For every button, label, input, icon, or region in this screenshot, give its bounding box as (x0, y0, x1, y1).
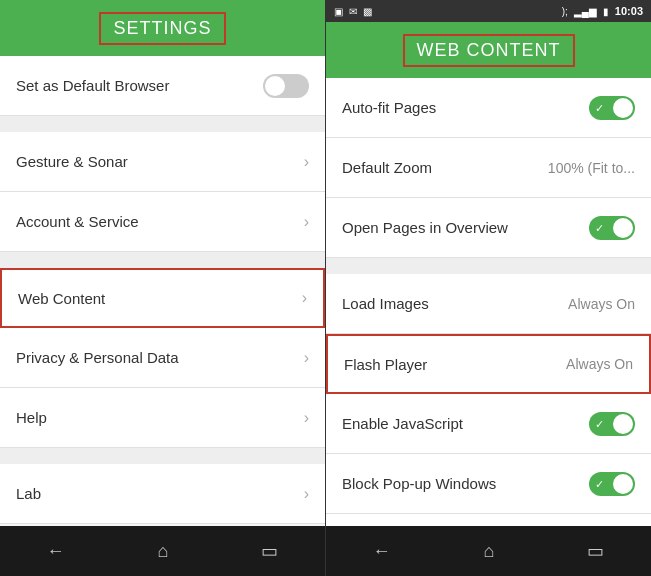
menu-item-web-content-label: Web Content (18, 290, 105, 307)
divider-1 (0, 116, 325, 132)
toggle-autofit[interactable] (589, 96, 635, 120)
menu-item-autofit-label: Auto-fit Pages (342, 99, 436, 116)
status-time: 10:03 (615, 5, 643, 17)
status-bar: ▣ ✉ ▩ ); ▂▄▆ ▮ 10:03 (326, 0, 651, 22)
toggle-open-pages[interactable] (589, 216, 635, 240)
home-icon-right[interactable]: ⌂ (484, 541, 495, 562)
menu-item-open-pages[interactable]: Open Pages in Overview (326, 198, 651, 258)
signal-icon: ▂▄▆ (574, 6, 597, 17)
right-header-title: WEB CONTENT (403, 34, 575, 67)
toggle-popup[interactable] (589, 472, 635, 496)
menu-item-gesture-sonar[interactable]: Gesture & Sonar › (0, 132, 325, 192)
toggle-knob-javascript (613, 414, 633, 434)
toggle-knob-autofit (613, 98, 633, 118)
menu-item-default-zoom-label: Default Zoom (342, 159, 432, 176)
menu-item-web-content[interactable]: Web Content › (0, 268, 325, 328)
menu-item-account-service[interactable]: Account & Service › (0, 192, 325, 252)
menu-item-privacy-label: Privacy & Personal Data (16, 349, 179, 366)
menu-item-security[interactable]: Show Security Warnings (326, 514, 651, 526)
left-header: SETTINGS (0, 0, 325, 56)
recents-icon-right[interactable]: ▭ (587, 540, 604, 562)
left-panel: SETTINGS Set as Default Browser Gesture … (0, 0, 325, 576)
menu-item-lab[interactable]: Lab › (0, 464, 325, 524)
toggle-knob-open-pages (613, 218, 633, 238)
divider-right-1 (326, 258, 651, 274)
load-images-value: Always On (568, 296, 635, 312)
chevron-icon-gesture: › (304, 153, 309, 171)
menu-item-flash-player[interactable]: Flash Player Always On (326, 334, 651, 394)
right-header: ▣ ✉ ▩ ); ▂▄▆ ▮ 10:03 WEB CONTENT (326, 0, 651, 78)
right-content: Auto-fit Pages Default Zoom 100% (Fit to… (326, 78, 651, 526)
chevron-icon-webcontent: › (302, 289, 307, 307)
right-bottom-bar: ← ⌂ ▭ (326, 526, 651, 576)
back-icon-right[interactable]: ← (373, 541, 391, 562)
menu-item-help[interactable]: Help › (0, 388, 325, 448)
toggle-knob (265, 76, 285, 96)
wifi-icon: ); (562, 6, 568, 17)
battery-icon: ▮ (603, 6, 609, 17)
camera-icon: ▣ (334, 6, 343, 17)
menu-item-load-images[interactable]: Load Images Always On (326, 274, 651, 334)
menu-item-default-browser-label: Set as Default Browser (16, 77, 169, 94)
toggle-javascript[interactable] (589, 412, 635, 436)
menu-item-load-images-label: Load Images (342, 295, 429, 312)
divider-2 (0, 252, 325, 268)
left-header-title: SETTINGS (99, 12, 225, 45)
mail-icon: ✉ (349, 6, 357, 17)
chevron-icon-help: › (304, 409, 309, 427)
menu-item-account-service-label: Account & Service (16, 213, 139, 230)
toggle-knob-popup (613, 474, 633, 494)
chevron-icon-privacy: › (304, 349, 309, 367)
default-zoom-value: 100% (Fit to... (548, 160, 635, 176)
left-content: Set as Default Browser Gesture & Sonar ›… (0, 56, 325, 526)
menu-item-default-browser[interactable]: Set as Default Browser (0, 56, 325, 116)
right-header-title-row: WEB CONTENT (326, 22, 651, 78)
toggle-default-browser[interactable] (263, 74, 309, 98)
menu-item-javascript-label: Enable JavaScript (342, 415, 463, 432)
recents-icon-left[interactable]: ▭ (261, 540, 278, 562)
menu-item-flash-label: Flash Player (344, 356, 427, 373)
home-icon-left[interactable]: ⌂ (158, 541, 169, 562)
divider-3 (0, 448, 325, 464)
left-bottom-bar: ← ⌂ ▭ (0, 526, 325, 576)
flash-player-value: Always On (566, 356, 633, 372)
menu-item-help-label: Help (16, 409, 47, 426)
menu-item-privacy[interactable]: Privacy & Personal Data › (0, 328, 325, 388)
menu-item-autofit[interactable]: Auto-fit Pages (326, 78, 651, 138)
menu-item-popup[interactable]: Block Pop-up Windows (326, 454, 651, 514)
phone-icon: ▩ (363, 6, 372, 17)
menu-item-javascript[interactable]: Enable JavaScript (326, 394, 651, 454)
right-panel: ▣ ✉ ▩ ); ▂▄▆ ▮ 10:03 WEB CONTENT Auto-fi… (325, 0, 651, 576)
chevron-icon-account: › (304, 213, 309, 231)
menu-item-open-pages-label: Open Pages in Overview (342, 219, 508, 236)
menu-item-lab-label: Lab (16, 485, 41, 502)
menu-item-default-zoom[interactable]: Default Zoom 100% (Fit to... (326, 138, 651, 198)
chevron-icon-lab: › (304, 485, 309, 503)
menu-item-gesture-sonar-label: Gesture & Sonar (16, 153, 128, 170)
menu-item-popup-label: Block Pop-up Windows (342, 475, 496, 492)
back-icon-left[interactable]: ← (47, 541, 65, 562)
